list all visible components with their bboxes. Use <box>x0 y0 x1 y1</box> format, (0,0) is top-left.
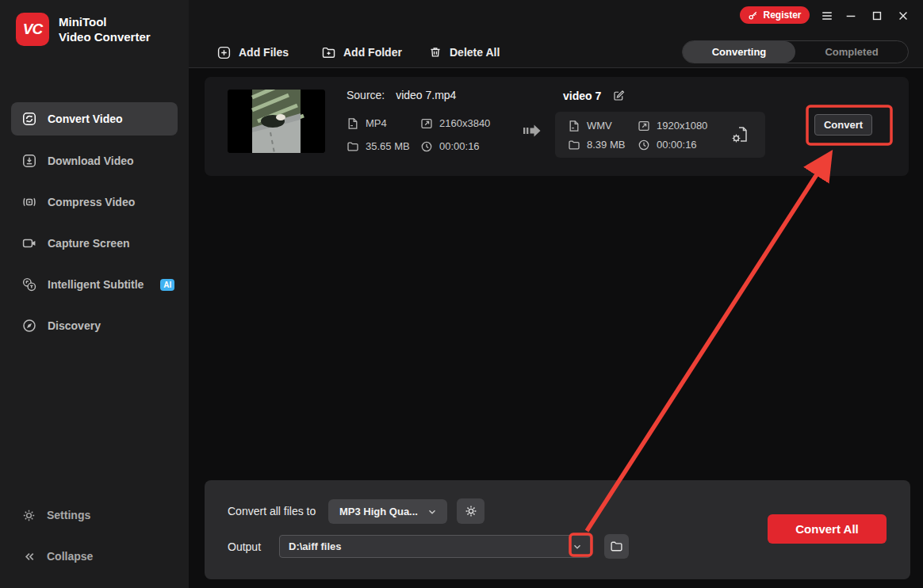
sidebar-item-label: Convert Video <box>48 113 123 125</box>
file-format-icon <box>568 120 580 132</box>
add-files-plus-icon <box>216 45 232 60</box>
target-resolution: 1920x1080 <box>638 120 707 132</box>
output-history-chevron-icon[interactable] <box>571 540 584 553</box>
file-settings-icon[interactable] <box>729 124 749 145</box>
compress-video-icon <box>21 194 37 210</box>
convert-all-button[interactable]: Convert All <box>768 514 887 544</box>
target-title-row: video 7 <box>563 89 626 102</box>
source-filename: video 7.mp4 <box>396 89 456 101</box>
convert-video-icon <box>21 111 37 127</box>
header-bar: Add Files Add Folder Delete All Converti… <box>189 0 923 68</box>
tab-completed[interactable]: Completed <box>795 41 908 63</box>
target-size-value: 8.39 MB <box>587 139 625 151</box>
maximize-button[interactable] <box>870 9 884 23</box>
download-video-icon <box>21 153 37 169</box>
minimize-button[interactable] <box>844 9 858 23</box>
task-row: Source: video 7.mp4 MP4 2160x3840 35.6 <box>205 77 909 176</box>
sidebar-item-compress-video[interactable]: Compress Video <box>11 185 178 219</box>
collapse-label: Collapse <box>47 550 93 563</box>
sidebar-item-label: Discovery <box>48 319 101 332</box>
settings-label: Settings <box>47 509 90 521</box>
collapse-chevrons-icon <box>21 549 36 564</box>
key-icon <box>748 10 758 21</box>
source-label: Source: <box>347 89 385 101</box>
sidebar-item-settings[interactable]: Settings <box>21 504 90 526</box>
output-format-dropdown[interactable]: MP3 High Qua... <box>328 499 447 524</box>
convert-all-files-to-label: Convert all files to <box>228 505 316 517</box>
sidebar: VC MiniTool Video Converter Convert Vide… <box>0 0 189 588</box>
source-resolution-value: 2160x3840 <box>439 117 490 130</box>
clock-icon <box>420 140 433 153</box>
sidebar-item-label: Intelligent Subtitle <box>48 278 144 291</box>
target-format: WMV <box>568 120 612 132</box>
gear-icon <box>464 504 478 518</box>
convert-button[interactable]: Convert <box>814 114 872 136</box>
chevron-down-icon <box>427 506 438 517</box>
format-value: MP3 High Qua... <box>339 506 418 517</box>
app-title: MiniTool Video Converter <box>59 14 151 44</box>
hamburger-icon <box>821 10 833 22</box>
add-files-button[interactable]: Add Files <box>216 41 289 63</box>
source-line: Source: video 7.mp4 <box>347 89 456 101</box>
minimize-icon <box>844 10 857 22</box>
edit-icon[interactable] <box>612 89 626 102</box>
ai-badge: AI <box>160 279 174 291</box>
sidebar-item-label: Compress Video <box>48 196 135 208</box>
source-format: MP4 <box>347 117 387 130</box>
app-title-line2: Video Converter <box>59 29 151 44</box>
target-duration-value: 00:00:16 <box>657 139 697 151</box>
video-thumbnail <box>228 90 325 153</box>
capture-screen-icon <box>21 235 37 251</box>
sidebar-item-intelligent-subtitle[interactable]: Intelligent Subtitle AI <box>11 268 178 301</box>
register-label: Register <box>763 10 801 21</box>
sidebar-item-capture-screen[interactable]: Capture Screen <box>11 227 178 260</box>
settings-gear-icon <box>21 508 36 523</box>
register-button[interactable]: Register <box>740 6 810 24</box>
source-duration: 00:00:16 <box>420 140 480 153</box>
output-path-value: D:\aiff files <box>289 540 341 552</box>
folder-icon <box>347 140 359 153</box>
source-format-value: MP4 <box>366 117 387 130</box>
sidebar-item-label: Capture Screen <box>48 237 129 250</box>
app-logo: VC MiniTool Video Converter <box>16 13 151 46</box>
source-duration-value: 00:00:16 <box>439 140 480 153</box>
add-files-label: Add Files <box>239 46 289 59</box>
format-settings-button[interactable] <box>457 498 484 524</box>
sidebar-item-download-video[interactable]: Download Video <box>11 144 178 178</box>
thumbnail-image <box>228 90 325 153</box>
folder-icon <box>610 540 623 553</box>
trash-icon <box>428 45 442 59</box>
source-resolution: 2160x3840 <box>420 117 490 130</box>
sidebar-item-collapse[interactable]: Collapse <box>21 545 93 567</box>
target-format-value: WMV <box>587 120 612 132</box>
target-size: 8.39 MB <box>568 139 625 151</box>
sidebar-item-label: Download Video <box>48 155 134 167</box>
discovery-icon <box>21 318 37 334</box>
resolution-icon <box>420 117 433 130</box>
target-info-panel: WMV 1920x1080 8.39 MB <box>555 112 765 158</box>
source-size-value: 35.65 MB <box>366 140 410 153</box>
sidebar-item-convert-video[interactable]: Convert Video <box>11 102 178 136</box>
tab-converting[interactable]: Converting <box>683 41 795 63</box>
output-label: Output <box>228 540 261 553</box>
target-duration: 00:00:16 <box>638 139 697 151</box>
output-path-field[interactable]: D:\aiff files <box>279 535 591 558</box>
vc-logo-icon: VC <box>16 13 49 46</box>
clock-icon <box>638 139 650 151</box>
file-format-icon <box>347 117 359 130</box>
folder-icon <box>568 139 580 151</box>
add-folder-icon <box>321 45 336 60</box>
browse-folder-button[interactable] <box>604 534 629 559</box>
target-resolution-value: 1920x1080 <box>657 120 707 132</box>
add-folder-button[interactable]: Add Folder <box>321 41 402 63</box>
source-size: 35.65 MB <box>347 140 410 153</box>
delete-all-button[interactable]: Delete All <box>428 41 500 63</box>
intelligent-subtitle-icon <box>21 277 37 292</box>
bottom-panel: Convert all files to MP3 High Qua... Out… <box>205 480 910 579</box>
app-window: VC MiniTool Video Converter Convert Vide… <box>0 0 923 588</box>
menu-button[interactable] <box>820 9 834 23</box>
sidebar-item-discovery[interactable]: Discovery <box>11 309 178 342</box>
queue-tabs: Converting Completed <box>682 40 909 63</box>
main-area: Add Files Add Folder Delete All Converti… <box>189 0 923 588</box>
close-button[interactable] <box>896 9 910 23</box>
